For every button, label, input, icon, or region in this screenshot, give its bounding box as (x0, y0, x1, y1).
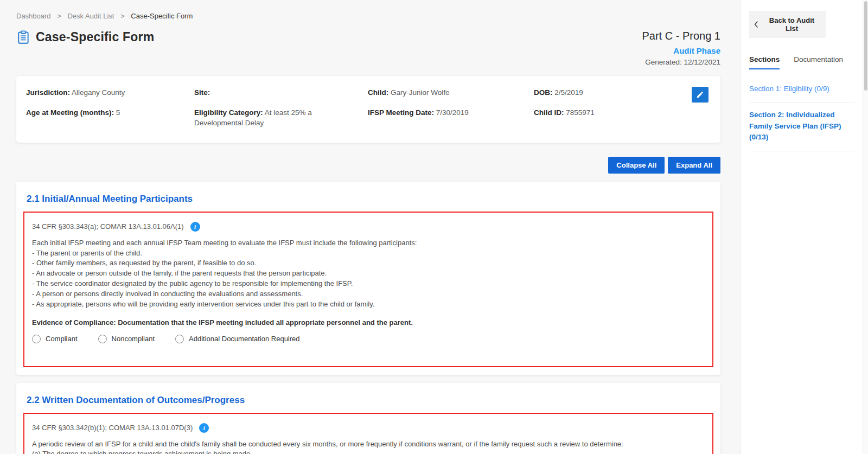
back-to-audit-list-button[interactable]: Back to Audit List (749, 11, 826, 38)
page-header: Case-Specific Form Part C - Prong 1 Audi… (16, 30, 720, 66)
expand-all-button[interactable]: Expand All (668, 157, 720, 174)
field-child-id: Child ID: 7855971 (534, 108, 688, 129)
regulation-row: 34 CFR §303.343(a); COMAR 13A.13.01.06A(… (32, 222, 705, 232)
field-age-at-meeting: Age at Meeting (months): 5 (26, 108, 194, 129)
field-value: 7855971 (566, 108, 595, 117)
pencil-icon (696, 91, 704, 99)
section-card-2-2: 2.2 Written Documentation of Outcomes/Pr… (16, 383, 720, 454)
field-value: 7/30/2019 (436, 108, 469, 117)
right-sidebar: Back to Audit List Sections Documentatio… (740, 0, 863, 454)
back-button-label: Back to Audit List (762, 16, 821, 33)
page-title: Case-Specific Form (36, 30, 154, 44)
tab-sections[interactable]: Sections (749, 55, 780, 69)
body-line: Each initial IFSP meeting and each annua… (32, 238, 705, 248)
chevron-left-icon (754, 21, 758, 28)
field-label: Jurisdiction: (26, 88, 70, 97)
scrollbar-track[interactable] (863, 0, 868, 454)
body-line: - The parent or parents of the child. (32, 248, 705, 259)
field-value: Gary-Junior Wolfe (391, 88, 450, 97)
body-line: - The service coordinator designated by … (32, 279, 705, 289)
field-label: Eligibility Category: (194, 108, 263, 117)
radio-label: Additional Documentation Required (189, 335, 300, 343)
part-label: Part C - Prong 1 (642, 30, 720, 42)
sidebar-item-section-1[interactable]: Section 1: Eligibility (0/9) (749, 77, 854, 103)
regulation-citation: 34 CFR §303.343(a); COMAR 13A.13.01.06A(… (32, 222, 184, 231)
body-line: - A person or persons directly involved … (32, 289, 705, 299)
body-line: A periodic review of an IFSP for a child… (32, 439, 705, 450)
scrollbar-thumb[interactable] (864, 1, 867, 91)
radio-circle-icon (175, 335, 184, 343)
body-line: - Other family members, as requested by … (32, 258, 705, 268)
radio-label: Compliant (46, 335, 78, 343)
breadcrumb-desk-audit-list[interactable]: Desk Audit List (67, 12, 114, 20)
field-value: 5 (116, 108, 120, 117)
field-label: IFSP Meeting Date: (368, 108, 434, 117)
sidebar-item-section-2[interactable]: Section 2: Individualized Family Service… (749, 103, 854, 151)
compliance-radio-group: Compliant Noncompliant Additional Docume… (32, 335, 705, 359)
info-icon[interactable]: i (190, 222, 200, 232)
edit-case-info-button[interactable] (692, 87, 709, 103)
app-root: Dashboard > Desk Audit List > Case-Speci… (0, 0, 868, 454)
field-jurisdiction: Jurisdiction: Allegany County (26, 88, 194, 98)
collapse-expand-toolbar: Collapse All Expand All (16, 157, 720, 174)
header-meta: Part C - Prong 1 Audit Phase Generated: … (642, 30, 720, 66)
phase-label: Audit Phase (642, 46, 720, 55)
case-info-card: Jurisdiction: Allegany County Site: Chil… (16, 76, 720, 143)
question-body: A periodic review of an IFSP for a child… (32, 439, 705, 454)
question-body: Each initial IFSP meeting and each annua… (32, 238, 705, 310)
main-content: Dashboard > Desk Audit List > Case-Speci… (0, 0, 740, 454)
section-heading-2-2: 2.2 Written Documentation of Outcomes/Pr… (27, 395, 713, 406)
question-box-2-2: 34 CFR §303.342(b)(1); COMAR 13A.13.01.0… (23, 413, 713, 454)
info-icon[interactable]: i (199, 423, 209, 433)
generated-date: Generated: 12/12/2021 (642, 58, 720, 66)
radio-label: Noncompliant (112, 335, 155, 343)
collapse-all-button[interactable]: Collapse All (608, 157, 665, 174)
radio-additional-documentation[interactable]: Additional Documentation Required (175, 335, 300, 343)
question-box-2-1: 34 CFR §303.343(a); COMAR 13A.13.01.06A(… (23, 212, 713, 367)
field-label: Child: (368, 88, 388, 97)
radio-circle-icon (98, 335, 107, 343)
field-label: Child ID: (534, 108, 564, 117)
breadcrumb-separator: > (57, 12, 61, 20)
title-wrap: Case-Specific Form (16, 30, 154, 44)
field-dob: DOB: 2/5/2019 (534, 88, 688, 98)
body-line: - As appropriate, persons who will be pr… (32, 299, 705, 310)
breadcrumb-dashboard[interactable]: Dashboard (16, 12, 51, 20)
field-label: Age at Meeting (months): (26, 108, 114, 117)
clipboard-icon (16, 30, 30, 44)
field-eligibility-category: Eligibility Category: At least 25% a Dev… (194, 108, 368, 129)
regulation-citation: 34 CFR §303.342(b)(1); COMAR 13A.13.01.0… (32, 424, 193, 432)
breadcrumb: Dashboard > Desk Audit List > Case-Speci… (16, 0, 720, 20)
tab-documentation[interactable]: Documentation (794, 55, 843, 69)
field-site: Site: (194, 88, 368, 98)
body-line: - An advocate or person outside of the f… (32, 268, 705, 279)
section-card-2-1: 2.1 Initial/Annual Meeting Participants … (16, 182, 720, 375)
body-line: (a) The degree to which progress towards… (32, 449, 705, 454)
regulation-row: 34 CFR §303.342(b)(1); COMAR 13A.13.01.0… (32, 423, 705, 433)
radio-noncompliant[interactable]: Noncompliant (98, 335, 155, 343)
breadcrumb-separator: > (120, 12, 125, 20)
field-ifsp-meeting-date: IFSP Meeting Date: 7/30/2019 (368, 108, 534, 129)
case-info-grid: Jurisdiction: Allegany County Site: Chil… (26, 88, 688, 129)
field-child: Child: Gary-Junior Wolfe (368, 88, 534, 98)
sections-nav: Section 1: Eligibility (0/9) Section 2: … (749, 77, 854, 151)
sidebar-tabs: Sections Documentation (749, 55, 854, 69)
section-heading-2-1: 2.1 Initial/Annual Meeting Participants (27, 194, 713, 204)
radio-compliant[interactable]: Compliant (32, 335, 78, 343)
evidence-of-compliance: Evidence of Compliance: Documentation th… (32, 318, 705, 327)
radio-circle-icon (32, 335, 41, 343)
field-value: 2/5/2019 (554, 88, 583, 97)
field-label: DOB: (534, 88, 553, 97)
breadcrumb-current: Case-Specific Form (131, 12, 193, 20)
field-value: Allegany County (72, 88, 125, 97)
field-label: Site: (194, 88, 210, 97)
